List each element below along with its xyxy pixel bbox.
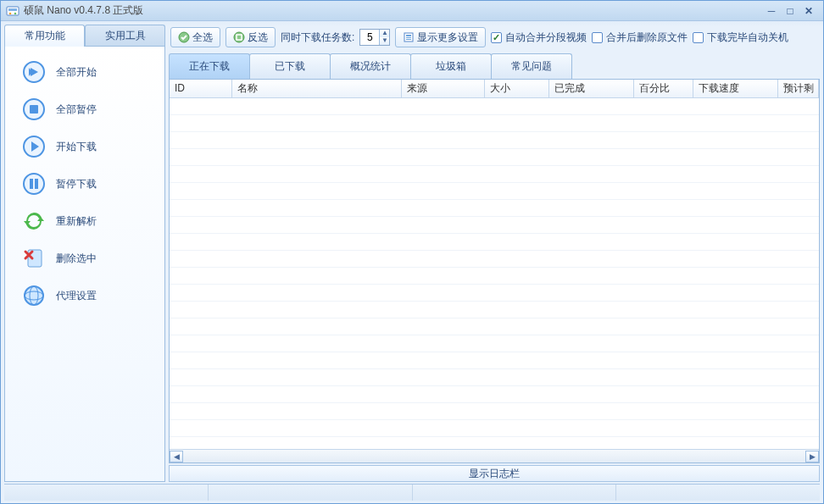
- svg-rect-6: [30, 105, 38, 114]
- col-done[interactable]: 已完成: [549, 80, 634, 97]
- col-size[interactable]: 大小: [485, 80, 549, 97]
- sidebar-item-label: 代理设置: [56, 289, 97, 303]
- app-window: 硕鼠 Nano v0.4.7.8 正式版 ─ □ ✕ 常用功能 实用工具 全部开…: [0, 0, 824, 504]
- status-cell: [413, 485, 617, 501]
- sidebar-item-label: 全部开始: [56, 65, 97, 80]
- table-row: [170, 217, 819, 234]
- table-row: [170, 386, 819, 403]
- start-all-icon: [22, 60, 46, 84]
- table-row: [170, 268, 819, 285]
- tab-downloading[interactable]: 正在下载: [169, 53, 250, 79]
- app-body: 常用功能 实用工具 全部开始 全部暂停 开始下载 暂停下载: [1, 21, 823, 482]
- window-title: 硕鼠 Nano v0.4.7.8 正式版: [24, 3, 762, 18]
- checkbox-icon: [592, 32, 603, 43]
- concurrent-label: 同时下载任务数:: [281, 30, 354, 45]
- button-label: 反选: [248, 30, 268, 45]
- table-row: [170, 98, 819, 115]
- tab-stats[interactable]: 概况统计: [330, 53, 411, 79]
- sidebar-item-start-download[interactable]: 开始下载: [5, 128, 164, 165]
- invert-select-button[interactable]: 反选: [225, 27, 276, 47]
- table-row: [170, 318, 819, 335]
- scroll-right-icon[interactable]: ▶: [805, 451, 819, 462]
- sidebar-item-delete-selected[interactable]: 删除选中: [5, 240, 164, 277]
- horizontal-scrollbar[interactable]: ◀ ▶: [170, 449, 819, 462]
- refresh-icon: [22, 209, 46, 233]
- tab-trash[interactable]: 垃圾箱: [410, 53, 492, 79]
- svg-rect-19: [406, 37, 411, 38]
- sidebar-item-label: 暂停下载: [56, 177, 97, 191]
- col-percent[interactable]: 百分比: [634, 80, 693, 97]
- settings-icon: [403, 31, 415, 43]
- checkbox-auto-merge[interactable]: 自动合并分段视频: [491, 30, 587, 45]
- svg-point-2: [9, 12, 12, 14]
- svg-rect-20: [406, 39, 411, 40]
- left-tab-tools[interactable]: 实用工具: [85, 25, 165, 47]
- table-row: [170, 200, 819, 217]
- table-row: [170, 115, 819, 132]
- table-row: [170, 352, 819, 369]
- check-plus-icon: [178, 31, 190, 43]
- table-row: [170, 420, 819, 437]
- sidebar-item-label: 重新解析: [56, 214, 97, 229]
- status-cell: [4, 485, 209, 501]
- col-name[interactable]: 名称: [232, 80, 402, 97]
- sidebar-item-start-all[interactable]: 全部开始: [5, 53, 164, 91]
- delete-icon: [22, 246, 46, 270]
- sidebar-item-reparse[interactable]: 重新解析: [5, 202, 164, 240]
- minimize-button[interactable]: ─: [762, 4, 781, 18]
- sidebar-item-label: 删除选中: [56, 252, 97, 266]
- col-eta[interactable]: 预计剩: [778, 80, 819, 97]
- sidebar-item-pause-download[interactable]: 暂停下载: [5, 165, 164, 202]
- svg-point-12: [25, 286, 43, 305]
- table-row: [170, 369, 819, 386]
- pause-all-icon: [22, 97, 46, 121]
- svg-rect-1: [8, 8, 17, 11]
- download-grid: ID 名称 来源 大小 已完成 百分比 下载速度 预计剩: [169, 79, 820, 463]
- table-row: [170, 149, 819, 166]
- maximize-button[interactable]: □: [781, 4, 799, 18]
- table-row: [170, 166, 819, 183]
- col-id[interactable]: ID: [170, 80, 232, 97]
- svg-point-3: [14, 12, 17, 14]
- spin-buttons: ▲ ▼: [379, 30, 389, 45]
- concurrent-spinner[interactable]: ▲ ▼: [359, 29, 390, 46]
- tab-faq[interactable]: 常见问题: [491, 53, 572, 79]
- table-row: [170, 335, 819, 352]
- play-icon: [22, 135, 46, 158]
- checkbox-shutdown[interactable]: 下载完毕自动关机: [693, 30, 788, 45]
- col-speed[interactable]: 下载速度: [693, 80, 778, 97]
- status-cell: [616, 485, 820, 501]
- log-toggle-bar[interactable]: 显示日志栏: [169, 465, 820, 482]
- app-icon: [6, 4, 19, 18]
- checkbox-label: 合并后删除原文件: [606, 30, 688, 45]
- invert-icon: [233, 31, 245, 43]
- concurrent-input[interactable]: [360, 31, 379, 43]
- table-row: [170, 403, 819, 420]
- left-content: 全部开始 全部暂停 开始下载 暂停下载 重新解析: [4, 46, 165, 482]
- content-tabs: 正在下载 已下载 概况统计 垃圾箱 常见问题: [169, 53, 820, 79]
- pause-icon: [22, 172, 46, 196]
- svg-rect-18: [406, 35, 411, 36]
- button-label: 显示更多设置: [417, 30, 478, 45]
- close-button[interactable]: ✕: [799, 4, 818, 18]
- show-more-settings-button[interactable]: 显示更多设置: [395, 27, 486, 47]
- status-cell: [209, 485, 413, 501]
- sidebar-item-proxy-settings[interactable]: 代理设置: [5, 277, 164, 314]
- grid-body[interactable]: [170, 98, 819, 449]
- svg-point-16: [234, 32, 244, 42]
- tab-downloaded[interactable]: 已下载: [249, 53, 331, 79]
- table-row: [170, 132, 819, 149]
- svg-rect-9: [30, 179, 33, 189]
- statusbar: [4, 484, 820, 501]
- spin-down[interactable]: ▼: [379, 37, 389, 45]
- left-tab-common[interactable]: 常用功能: [4, 25, 85, 47]
- table-row: [170, 183, 819, 200]
- col-source[interactable]: 来源: [402, 80, 485, 97]
- titlebar[interactable]: 硕鼠 Nano v0.4.7.8 正式版 ─ □ ✕: [1, 1, 823, 21]
- select-all-button[interactable]: 全选: [170, 27, 220, 47]
- left-panel: 常用功能 实用工具 全部开始 全部暂停 开始下载 暂停下载: [4, 25, 165, 482]
- scroll-left-icon[interactable]: ◀: [170, 451, 183, 462]
- button-label: 全选: [192, 30, 213, 45]
- checkbox-delete-after-merge[interactable]: 合并后删除原文件: [592, 30, 688, 45]
- sidebar-item-pause-all[interactable]: 全部暂停: [5, 91, 164, 128]
